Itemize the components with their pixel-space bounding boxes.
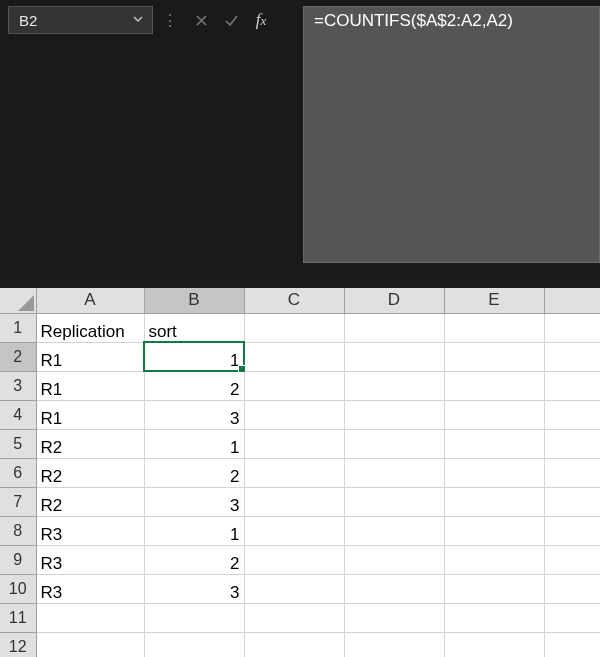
chevron-down-icon[interactable] (128, 13, 148, 28)
name-box[interactable] (8, 6, 153, 34)
cell-D7[interactable] (344, 487, 444, 516)
select-all-corner[interactable] (0, 288, 36, 313)
cell-B2[interactable]: 1 (144, 342, 244, 371)
fx-icon[interactable]: fx (247, 10, 275, 30)
name-box-input[interactable] (19, 12, 128, 29)
cell-A7[interactable]: R2 (36, 487, 144, 516)
cell-A5[interactable]: R2 (36, 429, 144, 458)
cell-B6[interactable]: 2 (144, 458, 244, 487)
cell-E7[interactable] (444, 487, 544, 516)
cell-C5[interactable] (244, 429, 344, 458)
cell-D9[interactable] (344, 545, 444, 574)
cell-D8[interactable] (344, 516, 444, 545)
cell-E1[interactable] (444, 313, 544, 342)
cell-B9[interactable]: 2 (144, 545, 244, 574)
cell-D1[interactable] (344, 313, 444, 342)
column-header-E[interactable]: E (444, 288, 544, 313)
cancel-formula-button (187, 6, 215, 34)
cell-D2[interactable] (344, 342, 444, 371)
cell-A8[interactable]: R3 (36, 516, 144, 545)
cell-B10[interactable]: 3 (144, 574, 244, 603)
cell-C9[interactable] (244, 545, 344, 574)
cell-E8[interactable] (444, 516, 544, 545)
cell-A4[interactable]: R1 (36, 400, 144, 429)
cell-C7[interactable] (244, 487, 344, 516)
cell-4[interactable] (544, 400, 600, 429)
cell-C8[interactable] (244, 516, 344, 545)
cell-E3[interactable] (444, 371, 544, 400)
cell-E6[interactable] (444, 458, 544, 487)
cell-C10[interactable] (244, 574, 344, 603)
cell-D5[interactable] (344, 429, 444, 458)
cell-E11[interactable] (444, 603, 544, 632)
row-header-11[interactable]: 11 (0, 603, 36, 632)
cell-B4[interactable]: 3 (144, 400, 244, 429)
divider-icon: ⋮ (161, 11, 179, 30)
formula-bar[interactable]: =COUNTIFS($A$2:A2,A2) (303, 6, 600, 263)
cell-E12[interactable] (444, 632, 544, 657)
cell-5[interactable] (544, 429, 600, 458)
cell-C3[interactable] (244, 371, 344, 400)
cell-3[interactable] (544, 371, 600, 400)
cell-C6[interactable] (244, 458, 344, 487)
cell-B8[interactable]: 1 (144, 516, 244, 545)
cell-9[interactable] (544, 545, 600, 574)
cell-1[interactable] (544, 313, 600, 342)
cell-6[interactable] (544, 458, 600, 487)
cell-E9[interactable] (444, 545, 544, 574)
cell-A2[interactable]: R1 (36, 342, 144, 371)
row-header-6[interactable]: 6 (0, 458, 36, 487)
cell-A12[interactable] (36, 632, 144, 657)
row-header-12[interactable]: 12 (0, 632, 36, 657)
cell-B7[interactable]: 3 (144, 487, 244, 516)
column-header-C[interactable]: C (244, 288, 344, 313)
cell-E4[interactable] (444, 400, 544, 429)
row-header-4[interactable]: 4 (0, 400, 36, 429)
cell-A6[interactable]: R2 (36, 458, 144, 487)
row-header-8[interactable]: 8 (0, 516, 36, 545)
cell-C12[interactable] (244, 632, 344, 657)
cell-A10[interactable]: R3 (36, 574, 144, 603)
cell-A1[interactable]: Replication (36, 313, 144, 342)
column-header-B[interactable]: B (144, 288, 244, 313)
cell-B3[interactable]: 2 (144, 371, 244, 400)
cell-C2[interactable] (244, 342, 344, 371)
row-header-5[interactable]: 5 (0, 429, 36, 458)
cell-E2[interactable] (444, 342, 544, 371)
spreadsheet-grid[interactable]: ABCDE 1Replicationsort2R113R124R135R216R… (0, 288, 600, 657)
row-header-2[interactable]: 2 (0, 342, 36, 371)
cell-B1[interactable]: sort (144, 313, 244, 342)
cell-C1[interactable] (244, 313, 344, 342)
cell-10[interactable] (544, 574, 600, 603)
row-header-7[interactable]: 7 (0, 487, 36, 516)
cell-E10[interactable] (444, 574, 544, 603)
cell-D4[interactable] (344, 400, 444, 429)
column-header-A[interactable]: A (36, 288, 144, 313)
row-header-1[interactable]: 1 (0, 313, 36, 342)
accept-formula-button (217, 6, 245, 34)
row-header-10[interactable]: 10 (0, 574, 36, 603)
cell-12[interactable] (544, 632, 600, 657)
cell-D12[interactable] (344, 632, 444, 657)
cell-C11[interactable] (244, 603, 344, 632)
cell-D11[interactable] (344, 603, 444, 632)
cell-2[interactable] (544, 342, 600, 371)
cell-B5[interactable]: 1 (144, 429, 244, 458)
cell-E5[interactable] (444, 429, 544, 458)
cell-B12[interactable] (144, 632, 244, 657)
cell-D3[interactable] (344, 371, 444, 400)
cell-11[interactable] (544, 603, 600, 632)
cell-C4[interactable] (244, 400, 344, 429)
row-header-3[interactable]: 3 (0, 371, 36, 400)
cell-B11[interactable] (144, 603, 244, 632)
row-header-9[interactable]: 9 (0, 545, 36, 574)
cell-A3[interactable]: R1 (36, 371, 144, 400)
column-header-blank[interactable] (544, 288, 600, 313)
cell-D10[interactable] (344, 574, 444, 603)
cell-A9[interactable]: R3 (36, 545, 144, 574)
column-header-D[interactable]: D (344, 288, 444, 313)
cell-7[interactable] (544, 487, 600, 516)
cell-A11[interactable] (36, 603, 144, 632)
cell-D6[interactable] (344, 458, 444, 487)
cell-8[interactable] (544, 516, 600, 545)
